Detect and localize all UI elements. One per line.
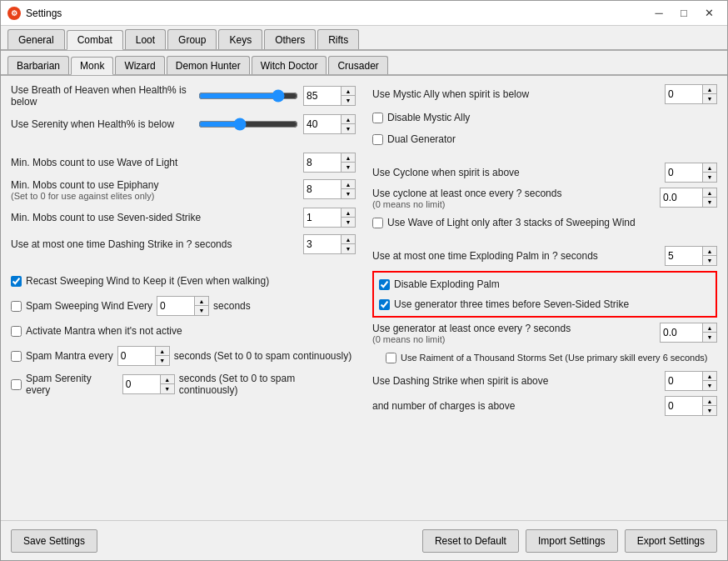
cyclone-up[interactable]: ▲ <box>703 163 716 173</box>
breath-down[interactable]: ▼ <box>342 96 355 105</box>
tab-demon-hunter[interactable]: Demon Hunter <box>167 56 250 74</box>
spam-sweeping-down[interactable]: ▼ <box>195 306 208 315</box>
generator-once-sublabel: (0 means no limit) <box>372 334 655 344</box>
spam-serenity-input[interactable] <box>123 375 160 393</box>
dashing-spirit-up[interactable]: ▲ <box>703 372 716 381</box>
dashing-arrows: ▲ ▼ <box>341 235 355 253</box>
breath-slider[interactable] <box>198 89 298 103</box>
spam-mantra-input[interactable] <box>118 347 155 365</box>
dashing-spirit-down[interactable]: ▼ <box>703 381 716 390</box>
tab-combat[interactable]: Combat <box>67 30 123 50</box>
generator-once-input[interactable] <box>661 323 702 342</box>
spam-sweeping-checkbox[interactable] <box>11 301 22 312</box>
seven-up[interactable]: ▲ <box>342 208 355 218</box>
spam-mantra-up[interactable]: ▲ <box>156 347 169 356</box>
spam-serenity-down[interactable]: ▼ <box>161 384 174 393</box>
serenity-slider[interactable] <box>198 118 298 131</box>
serenity-arrows: ▲ ▼ <box>341 115 355 133</box>
maximize-button[interactable]: □ <box>672 4 696 23</box>
epiphany-down[interactable]: ▼ <box>342 189 355 198</box>
raiment-checkbox[interactable] <box>386 353 396 363</box>
charges-down[interactable]: ▼ <box>703 406 716 415</box>
spam-sweeping-up[interactable]: ▲ <box>195 297 208 306</box>
spam-mantra-checkbox[interactable] <box>11 351 22 362</box>
wave-input[interactable] <box>304 153 341 172</box>
serenity-down[interactable]: ▼ <box>342 124 355 133</box>
serenity-up[interactable]: ▲ <box>342 115 355 124</box>
dashing-input[interactable] <box>304 235 341 253</box>
dashing-down[interactable]: ▼ <box>342 244 355 253</box>
tab-monk[interactable]: Monk <box>71 57 113 75</box>
wave-light-checkbox[interactable] <box>372 218 383 228</box>
import-button[interactable]: Import Settings <box>526 529 618 553</box>
dashing-up[interactable]: ▲ <box>342 235 355 244</box>
spam-sweeping-input[interactable] <box>157 297 194 315</box>
cyclone-once-down[interactable]: ▼ <box>703 198 716 207</box>
dual-generator-checkbox[interactable] <box>372 134 383 145</box>
disable-mystic-checkbox[interactable] <box>372 113 383 123</box>
charges-input[interactable] <box>666 397 702 415</box>
exploding-palm-down[interactable]: ▼ <box>703 256 716 265</box>
close-button[interactable]: ✕ <box>697 4 721 23</box>
mystic-ally-down[interactable]: ▼ <box>703 94 716 103</box>
recast-sweeping-label: Recast Sweeping Wind to Keep it (Even wh… <box>26 275 269 287</box>
spam-serenity-checkbox[interactable] <box>11 379 22 390</box>
charges-up[interactable]: ▲ <box>703 397 716 406</box>
epiphany-up[interactable]: ▲ <box>342 180 355 189</box>
epiphany-input[interactable] <box>304 180 341 198</box>
serenity-spinbox: ▲ ▼ <box>303 114 356 134</box>
wave-down[interactable]: ▼ <box>342 163 355 172</box>
disable-exploding-checkbox[interactable] <box>379 279 390 290</box>
recast-sweeping-checkbox[interactable] <box>11 276 22 287</box>
breath-up[interactable]: ▲ <box>342 87 355 96</box>
tab-loot[interactable]: Loot <box>125 29 166 49</box>
tab-general[interactable]: General <box>7 29 65 49</box>
tab-keys[interactable]: Keys <box>218 29 262 49</box>
wave-up[interactable]: ▲ <box>342 153 355 163</box>
highlight-section: Disable Exploding Palm Use generator thr… <box>372 271 717 318</box>
reset-button[interactable]: Reset to Default <box>422 529 519 553</box>
breath-spinbox: ▲ ▼ <box>303 86 356 106</box>
generator-once-up[interactable]: ▲ <box>703 323 716 333</box>
spam-serenity-up[interactable]: ▲ <box>161 375 174 384</box>
exploding-palm-up[interactable]: ▲ <box>703 247 716 256</box>
serenity-input[interactable] <box>304 115 341 133</box>
cyclone-once-input[interactable] <box>661 188 702 207</box>
tab-crusader[interactable]: Crusader <box>328 56 387 74</box>
mystic-ally-input[interactable] <box>666 85 702 103</box>
dashing-spirit-input[interactable] <box>666 372 702 390</box>
mystic-ally-up[interactable]: ▲ <box>703 85 716 94</box>
cyclone-input[interactable] <box>666 163 702 182</box>
minimize-button[interactable]: ─ <box>647 4 671 23</box>
epiphany-row: Min. Mobs count to use Epiphany (Set to … <box>11 179 356 201</box>
wave-light-label: Use Wave of Light only after 3 stacks of… <box>387 217 636 228</box>
exploding-palm-label: Use at most one time Exploding Palm in ?… <box>372 250 660 262</box>
dual-generator-label: Dual Generator <box>387 133 456 145</box>
mystic-ally-row: Use Mystic Ally when spirit is below ▲ ▼ <box>372 84 717 104</box>
breath-input[interactable] <box>304 87 341 105</box>
seven-input[interactable] <box>304 208 341 227</box>
tab-wizard[interactable]: Wizard <box>115 56 164 74</box>
tab-others[interactable]: Others <box>264 29 316 49</box>
cyclone-spinbox: ▲ ▼ <box>665 163 717 183</box>
tab-witch-doctor[interactable]: Witch Doctor <box>252 56 327 74</box>
cyclone-once-up[interactable]: ▲ <box>703 188 716 198</box>
mystic-ally-arrows: ▲ ▼ <box>702 85 716 103</box>
spam-serenity-label: Spam Serenity every <box>26 373 118 396</box>
generator-once-down[interactable]: ▼ <box>703 333 716 342</box>
spam-sweeping-arrows: ▲ ▼ <box>194 297 208 315</box>
save-button[interactable]: Save Settings <box>11 529 97 553</box>
export-button[interactable]: Export Settings <box>625 529 717 553</box>
seven-down[interactable]: ▼ <box>342 218 355 227</box>
cyclone-down[interactable]: ▼ <box>703 173 716 182</box>
exploding-palm-input[interactable] <box>666 247 702 265</box>
tab-rifts[interactable]: Rifts <box>317 29 359 49</box>
generator-three-checkbox[interactable] <box>379 299 390 310</box>
tab-barbarian[interactable]: Barbarian <box>7 56 69 74</box>
activate-mantra-checkbox[interactable] <box>11 326 22 337</box>
exploding-palm-row: Use at most one time Exploding Palm in ?… <box>372 246 717 266</box>
generator-once-arrows: ▲ ▼ <box>702 323 716 342</box>
right-column: Use Mystic Ally when spirit is below ▲ ▼… <box>372 84 717 512</box>
spam-mantra-down[interactable]: ▼ <box>156 356 169 365</box>
tab-group[interactable]: Group <box>167 29 217 49</box>
